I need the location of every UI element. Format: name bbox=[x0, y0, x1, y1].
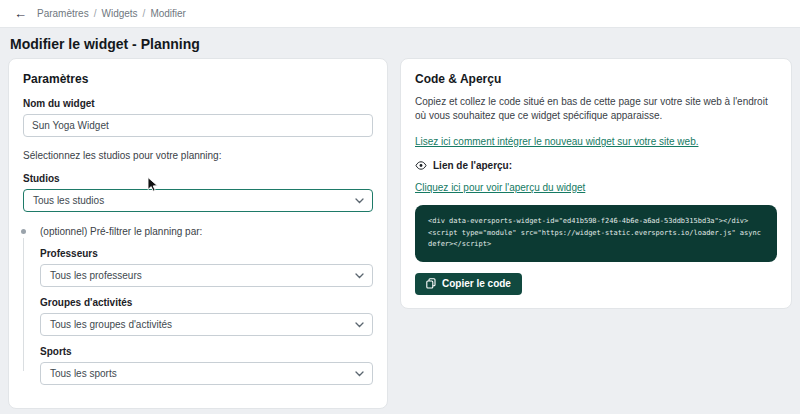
studios-select-value: Tous les studios bbox=[33, 195, 104, 206]
breadcrumb-widgets[interactable]: Widgets bbox=[101, 8, 137, 19]
widget-name-input[interactable] bbox=[23, 114, 373, 137]
left-column: Paramètres Nom du widget Sélectionnez le… bbox=[8, 58, 388, 414]
breadcrumb: Paramètres / Widgets / Modifier bbox=[37, 8, 186, 19]
page-title: Modifier le widget - Planning bbox=[10, 36, 200, 52]
step-dot-icon bbox=[21, 229, 26, 234]
studios-label: Studios bbox=[23, 173, 373, 184]
top-bar: ← Paramètres / Widgets / Modifier bbox=[0, 0, 800, 28]
studios-select[interactable]: Tous les studios bbox=[23, 189, 373, 212]
breadcrumb-modifier[interactable]: Modifier bbox=[150, 8, 186, 19]
professeurs-select-value: Tous les professeurs bbox=[50, 270, 142, 281]
optional-filters-group: (optionnel) Pré-filtrer le planning par:… bbox=[23, 226, 373, 385]
back-icon[interactable]: ← bbox=[14, 7, 27, 20]
optional-filter-label: (optionnel) Pré-filtrer le planning par: bbox=[40, 226, 373, 237]
code-preview-card: Code & Aperçu Copiez et collez le code s… bbox=[400, 58, 792, 309]
breadcrumb-separator: / bbox=[94, 8, 97, 19]
code-description: Copiez et collez le code situé en bas de… bbox=[415, 95, 777, 123]
filter-professeurs: Professeurs Tous les professeurs bbox=[40, 248, 373, 287]
preview-row: Lien de l'aperçu: bbox=[415, 160, 777, 171]
sports-select-value: Tous les sports bbox=[50, 368, 117, 379]
copy-code-button[interactable]: Copier le code bbox=[415, 273, 522, 295]
settings-card: Paramètres Nom du widget Sélectionnez le… bbox=[8, 58, 388, 409]
preview-link[interactable]: Cliquez ici pour voir l'aperçu du widget bbox=[415, 182, 585, 193]
professeurs-select[interactable]: Tous les professeurs bbox=[40, 264, 373, 287]
filter-sports: Sports Tous les sports bbox=[40, 346, 373, 385]
breadcrumb-parametres[interactable]: Paramètres bbox=[37, 8, 89, 19]
step-rail-line bbox=[23, 238, 24, 371]
filter-groupes-activites: Groupes d'activités Tous les groupes d'a… bbox=[40, 297, 373, 336]
copy-code-label: Copier le code bbox=[442, 278, 511, 289]
chevron-down-icon bbox=[355, 273, 364, 279]
sports-select[interactable]: Tous les sports bbox=[40, 362, 373, 385]
integration-help-link[interactable]: Lisez ici comment intégrer le nouveau wi… bbox=[415, 136, 698, 147]
preview-label: Lien de l'aperçu: bbox=[433, 160, 512, 171]
studios-intro-text: Sélectionnez les studios pour votre plan… bbox=[23, 150, 373, 161]
code-card-title: Code & Aperçu bbox=[415, 72, 777, 86]
professeurs-label: Professeurs bbox=[40, 248, 373, 259]
chevron-down-icon bbox=[355, 198, 364, 204]
eye-icon bbox=[415, 161, 427, 170]
copy-icon bbox=[426, 278, 436, 289]
settings-card-title: Paramètres bbox=[23, 72, 373, 86]
sports-label: Sports bbox=[40, 346, 373, 357]
widget-name-label: Nom du widget bbox=[23, 98, 373, 109]
groupes-activites-label: Groupes d'activités bbox=[40, 297, 373, 308]
right-column: Code & Aperçu Copiez et collez le code s… bbox=[400, 58, 792, 309]
chevron-down-icon bbox=[355, 322, 364, 328]
embed-code-block[interactable]: <div data-eversports-widget-id="ed41b598… bbox=[415, 205, 777, 262]
groupes-activites-select[interactable]: Tous les groupes d'activités bbox=[40, 313, 373, 336]
breadcrumb-separator: / bbox=[143, 8, 146, 19]
groupes-activites-select-value: Tous les groupes d'activités bbox=[50, 319, 172, 330]
chevron-down-icon bbox=[355, 371, 364, 377]
